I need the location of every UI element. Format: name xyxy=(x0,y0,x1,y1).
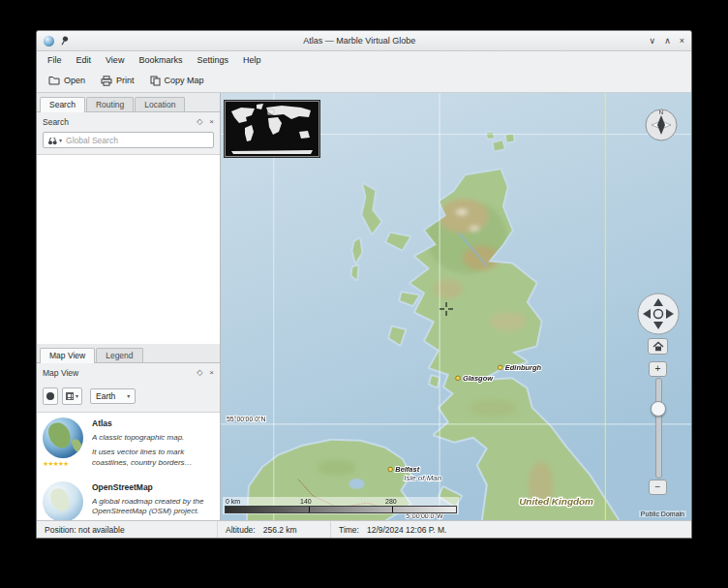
menu-edit[interactable]: Edit xyxy=(70,53,99,67)
glasgow-city-marker[interactable] xyxy=(456,376,461,381)
edinburgh-city-marker[interactable] xyxy=(499,365,503,370)
dark-globe-icon xyxy=(46,392,54,400)
time-value: 12/9/2024 12:06 P. M. xyxy=(367,525,447,535)
scale-end-label: 280 xyxy=(385,498,397,505)
tab-map-view[interactable]: Map View xyxy=(40,348,95,363)
search-panel-title: Search xyxy=(43,117,190,127)
theme-name: Atlas xyxy=(92,418,214,428)
main-content: Search Routing Location Search ◇ × xyxy=(37,93,691,520)
map-view-controls: ▾ Earth ▾ xyxy=(37,381,220,412)
global-search-input[interactable] xyxy=(64,135,209,146)
pin-icon[interactable] xyxy=(60,35,70,46)
open-button-label: Open xyxy=(64,76,85,85)
search-results-list[interactable] xyxy=(37,154,220,344)
belfast-label: Belfast xyxy=(395,465,419,474)
close-panel-icon[interactable]: × xyxy=(209,369,214,377)
map-view-panel-header: Map View ◇ × xyxy=(37,363,220,381)
zoom-out-button[interactable]: − xyxy=(649,480,667,495)
compass-rose[interactable]: N xyxy=(644,108,679,142)
theme-text: OpenStreetMap A global roadmap created b… xyxy=(92,481,214,520)
close-button[interactable]: × xyxy=(680,37,684,46)
status-time: Time: 12/9/2024 12:06 P. M. xyxy=(331,521,691,538)
chevron-down-icon: ▾ xyxy=(76,393,78,399)
menu-bookmarks[interactable]: Bookmarks xyxy=(132,53,189,67)
attribution-link[interactable]: Public Domain xyxy=(639,511,686,517)
status-position: Position: not available xyxy=(37,521,218,538)
scale-zero-label: 0 km xyxy=(226,498,240,505)
menu-settings[interactable]: Settings xyxy=(190,53,235,67)
lough-neagh-lake xyxy=(349,479,364,489)
copy-map-button[interactable]: Copy Map xyxy=(145,73,209,89)
view-mode-button[interactable]: ▾ xyxy=(62,387,82,405)
zoom-slider-handle[interactable] xyxy=(651,401,666,417)
folder-open-icon xyxy=(48,76,60,85)
theme-description: A global roadmap created by the OpenStre… xyxy=(92,497,214,517)
celestial-body-select[interactable]: Earth ▾ xyxy=(90,388,136,404)
theme-name: OpenStreetMap xyxy=(92,482,214,492)
copy-map-button-label: Copy Map xyxy=(165,76,204,85)
binoculars-search-icon[interactable] xyxy=(47,132,57,149)
scale-bar-strip xyxy=(225,506,457,513)
scale-bar: 0 km 140 280 xyxy=(223,497,459,514)
grid-icon xyxy=(66,392,74,400)
tab-legend[interactable]: Legend xyxy=(96,348,142,362)
open-button[interactable]: Open xyxy=(44,73,90,88)
theme-item-atlas[interactable]: ★★★★★ Atlas A classic topographic map. I… xyxy=(37,413,220,477)
map-filter-button[interactable] xyxy=(43,387,58,405)
tab-routing[interactable]: Routing xyxy=(86,97,134,111)
theme-description: A classic topographic map. xyxy=(92,433,214,443)
scale-tick xyxy=(309,507,310,512)
search-input-row: ▾ xyxy=(37,130,220,154)
search-mode-chevron-icon[interactable]: ▾ xyxy=(59,138,62,143)
menu-file[interactable]: File xyxy=(41,53,69,67)
time-label: Time: xyxy=(339,525,359,535)
glasgow-label: Glasgow xyxy=(463,374,494,383)
pan-control[interactable] xyxy=(637,293,680,335)
map-view-panel-title: Map View xyxy=(43,368,190,378)
overview-world-map[interactable] xyxy=(225,101,319,157)
minimize-button[interactable]: ∨ xyxy=(650,37,656,46)
map-viewport[interactable]: 55°00'00.0"N 5°00'00.0"W Glasgow Edinbur… xyxy=(221,93,691,520)
float-panel-icon[interactable]: ◇ xyxy=(197,118,202,126)
scale-bar-labels: 0 km 140 280 xyxy=(223,497,459,506)
print-button-label: Print xyxy=(116,76,135,85)
isle-of-man-label: Isle of Man xyxy=(404,474,442,482)
toolbar: Open Print Copy Map xyxy=(37,69,691,93)
zoom-in-button[interactable]: + xyxy=(649,361,667,377)
theme-text: Atlas A classic topographic map. It uses… xyxy=(92,418,214,477)
map-view-panel: Map View ◇ × ▾ Earth xyxy=(37,363,220,520)
menu-help[interactable]: Help xyxy=(236,53,268,67)
united-kingdom-label: United Kingdom xyxy=(519,496,593,507)
theme-rating-stars: ★★★★★ xyxy=(43,460,85,467)
menu-view[interactable]: View xyxy=(99,53,131,67)
position-text: Position: not available xyxy=(45,525,125,535)
search-box: ▾ xyxy=(43,132,214,148)
close-panel-icon[interactable]: × xyxy=(209,118,214,126)
window-title: Atlas — Marble Virtual Globe xyxy=(76,36,644,46)
print-button[interactable]: Print xyxy=(96,73,139,89)
tab-location[interactable]: Location xyxy=(135,97,185,111)
tab-search[interactable]: Search xyxy=(40,97,85,112)
titlebar[interactable]: Atlas — Marble Virtual Globe ∨ ∧ × xyxy=(37,31,691,51)
maximize-button[interactable]: ∧ xyxy=(664,37,671,46)
latitude-label: 55°00'00.0"N xyxy=(227,416,266,422)
status-altitude: Altitude: 256.2 km xyxy=(218,521,331,538)
panel-tabbar-top: Search Routing Location xyxy=(37,93,220,112)
map-theme-list: ★★★★★ Atlas A classic topographic map. I… xyxy=(37,412,220,520)
float-panel-icon[interactable]: ◇ xyxy=(197,369,202,377)
zoom-slider-track[interactable] xyxy=(655,378,662,479)
theme-item-openstreetmap[interactable]: ★★★★★ OpenStreetMap A global roadmap cre… xyxy=(37,477,220,520)
sidebar: Search Routing Location Search ◇ × xyxy=(37,93,221,520)
celestial-body-value: Earth xyxy=(96,391,115,401)
marble-window: Atlas — Marble Virtual Globe ∨ ∧ × File … xyxy=(36,30,692,539)
panel-tabbar-mid: Map View Legend xyxy=(37,344,220,363)
belfast-city-marker[interactable] xyxy=(388,467,393,472)
scale-mid-label: 140 xyxy=(300,498,312,505)
statusbar: Position: not available Altitude: 256.2 … xyxy=(37,520,691,538)
home-button[interactable] xyxy=(648,338,668,355)
search-panel: Search ◇ × ▾ xyxy=(37,112,220,344)
atlas-globe-thumbnail xyxy=(43,418,83,458)
search-panel-header: Search ◇ × xyxy=(37,112,220,130)
chevron-down-icon: ▾ xyxy=(127,393,130,399)
home-icon xyxy=(652,341,664,352)
